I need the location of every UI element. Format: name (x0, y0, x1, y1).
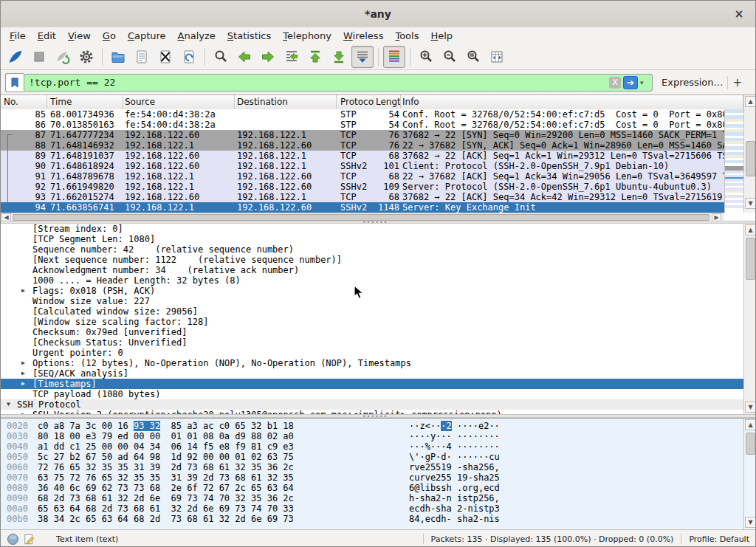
scroll-down-icon[interactable]: ▼ (745, 198, 756, 209)
close-icon[interactable]: × (732, 7, 746, 21)
packet-row-90[interactable]: 9071.648618924192.168.122.60192.168.122.… (1, 161, 724, 171)
restart-capture-button[interactable] (52, 46, 74, 68)
expert-info-icon[interactable] (7, 533, 19, 546)
scroll-down-icon[interactable]: ▼ (745, 517, 756, 528)
detail-row-4[interactable]: Acknowledgment number: 34 (relative ack … (1, 265, 755, 275)
packet-list-minimap[interactable] (724, 109, 744, 213)
packet-row-94[interactable]: 9471.663856741192.168.122.1192.168.122.6… (1, 202, 724, 213)
filter-apply-button[interactable]: ➔ (623, 76, 638, 89)
menu-view[interactable]: View (62, 29, 97, 43)
start-capture-button[interactable] (4, 46, 27, 68)
packet-row-93[interactable]: 9371.662015274192.168.122.60192.168.122.… (1, 192, 724, 202)
packet-row-85[interactable]: 8568.001734936fe:54:00:d4:38:2aSTP54Conf… (1, 109, 724, 120)
capture-options-button[interactable] (75, 46, 97, 68)
detail-row-14[interactable]: ▶[SEQ/ACK analysis] (1, 368, 755, 379)
details-vscrollbar[interactable]: ▲ ▼ (743, 224, 756, 414)
detail-row-16[interactable]: TCP payload (1080 bytes) (1, 389, 755, 399)
detail-row-13[interactable]: ▶Options: (12 bytes), No-Operation (NOP)… (1, 358, 755, 368)
packet-list-vscrollbar[interactable]: ▲ ▼ (743, 95, 756, 213)
filter-bookmark-button[interactable] (5, 73, 24, 92)
scrollbar-thumb[interactable] (746, 433, 755, 455)
detail-row-8[interactable]: [Calculated window size: 29056] (1, 306, 755, 317)
filter-clear-button[interactable]: X (609, 77, 621, 89)
scroll-down-icon[interactable]: ▼ (745, 402, 756, 413)
filter-dropdown-caret-icon[interactable]: ▾ (640, 79, 649, 86)
hex-row-00a0[interactable]: 00a065 63 64 68 2d 73 68 61 32 2d 6e 69 … (1, 503, 755, 514)
menu-telephony[interactable]: Telephony (277, 29, 337, 43)
hex-row-0020[interactable]: 0020c0 a8 7a 3c 00 16 93 32 85 a3 ac c0 … (1, 421, 755, 431)
go-last-button[interactable] (328, 46, 350, 68)
detail-row-9[interactable]: [Window size scaling factor: 128] (1, 317, 755, 327)
menu-file[interactable]: File (4, 29, 32, 43)
auto-scroll-button[interactable] (351, 46, 374, 68)
menu-help[interactable]: Help (425, 29, 458, 43)
detail-row-1[interactable]: [TCP Segment Len: 1080] (1, 234, 755, 244)
collapse-icon[interactable]: ▼ (7, 399, 10, 410)
go-back-button[interactable] (233, 46, 255, 68)
hex-row-0090[interactable]: 009068 2d 73 68 61 32 2d 6e 69 73 74 70 … (1, 493, 755, 503)
open-file-button[interactable] (107, 46, 129, 68)
detail-row-10[interactable]: Checksum: 0x79ed [unverified] (1, 327, 755, 337)
packet-row-87[interactable]: 8771.647777234192.168.122.60192.168.122.… (1, 130, 724, 140)
menu-tools[interactable]: Tools (389, 29, 425, 43)
hex-row-0060[interactable]: 006072 76 65 32 35 35 31 39 2d 73 68 61 … (1, 462, 755, 472)
colorize-button[interactable] (383, 46, 405, 68)
scroll-up-icon[interactable]: ▲ (745, 96, 756, 107)
scrollbar-thumb[interactable] (746, 141, 755, 176)
menu-capture[interactable]: Capture (122, 29, 172, 43)
expand-icon[interactable]: ▶ (21, 368, 25, 379)
hex-row-0050[interactable]: 00505c 27 b2 67 50 ad 64 98 1d 92 00 00 … (1, 452, 755, 462)
expand-icon[interactable]: ▶ (21, 379, 25, 389)
column-header-info[interactable]: Info (401, 95, 743, 109)
menu-go[interactable]: Go (97, 29, 122, 43)
reload-file-button[interactable] (178, 46, 200, 68)
zoom-100-button[interactable] (462, 46, 484, 68)
detail-row-12[interactable]: Urgent pointer: 0 (1, 348, 755, 358)
hex-row-00b0[interactable]: 00b038 34 2c 65 63 64 68 2d 73 68 61 32 … (1, 514, 755, 524)
resize-columns-button[interactable] (486, 46, 508, 68)
menu-analyze[interactable]: Analyze (172, 29, 221, 43)
stop-capture-button[interactable] (28, 46, 50, 68)
detail-row-11[interactable]: [Checksum Status: Unverified] (1, 337, 755, 348)
packet-row-89[interactable]: 8971.648191037192.168.122.60192.168.122.… (1, 151, 724, 161)
scrollbar-thumb[interactable] (13, 214, 709, 221)
detail-row-17[interactable]: ▼SSH Protocol (1, 399, 755, 410)
bytes-vscrollbar[interactable]: ▲ ▼ (743, 419, 756, 529)
expression-button[interactable]: Expression… (662, 77, 724, 88)
hex-row-0080[interactable]: 008036 40 6c 69 62 73 73 68 2e 6f 72 67 … (1, 483, 755, 493)
detail-row-7[interactable]: Window size value: 227 (1, 296, 755, 306)
detail-row-6[interactable]: ▶Flags: 0x018 (PSH, ACK) (1, 286, 755, 296)
menu-statistics[interactable]: Statistics (221, 29, 277, 43)
save-file-button[interactable] (131, 46, 153, 68)
menu-edit[interactable]: Edit (32, 29, 62, 43)
zoom-out-button[interactable] (439, 46, 461, 68)
detail-row-15[interactable]: ▶[Timestamps] (1, 379, 755, 389)
scrollbar-thumb[interactable] (746, 238, 755, 280)
column-header-time[interactable]: Time (47, 95, 123, 109)
scroll-up-icon[interactable]: ▲ (745, 419, 756, 430)
profile-text[interactable]: Profile: Default (689, 534, 749, 544)
detail-row-2[interactable]: Sequence number: 42 (relative sequence n… (1, 244, 755, 255)
column-header-length[interactable]: Length (374, 95, 401, 109)
packet-row-86[interactable]: 8670.013850163fe:54:00:d4:38:2aSTP54Conf… (1, 120, 724, 130)
packet-row-92[interactable]: 9271.661949820192.168.122.1192.168.122.6… (1, 182, 724, 192)
detail-row-3[interactable]: [Next sequence number: 1122 (relative se… (1, 255, 755, 265)
find-packet-button[interactable] (210, 46, 232, 68)
column-header-source[interactable]: Source (123, 95, 235, 109)
scroll-up-icon[interactable]: ▲ (745, 224, 756, 235)
hex-row-0070[interactable]: 007063 75 72 76 65 32 35 35 31 39 2d 73 … (1, 472, 755, 483)
menu-wireless[interactable]: Wireless (337, 29, 389, 43)
close-file-button[interactable] (154, 46, 176, 68)
capture-comment-icon[interactable] (24, 533, 35, 546)
hex-row-0040[interactable]: 0040a1 dd c1 25 00 00 04 34 06 14 f5 e8 … (1, 441, 755, 452)
detail-row-0[interactable]: [Stream index: 0] (1, 224, 755, 234)
column-header-no[interactable]: No. (1, 95, 47, 109)
zoom-in-button[interactable] (415, 46, 437, 68)
go-to-packet-button[interactable] (281, 46, 303, 68)
hex-row-0030[interactable]: 003080 18 00 e3 79 ed 00 00 01 01 08 0a … (1, 431, 755, 441)
add-filter-button[interactable]: + (727, 76, 746, 89)
packet-row-88[interactable]: 8871.648146932192.168.122.1192.168.122.6… (1, 140, 724, 151)
go-first-button[interactable] (304, 46, 326, 68)
expand-icon[interactable]: ▶ (21, 286, 25, 296)
expand-icon[interactable]: ▶ (21, 358, 25, 368)
